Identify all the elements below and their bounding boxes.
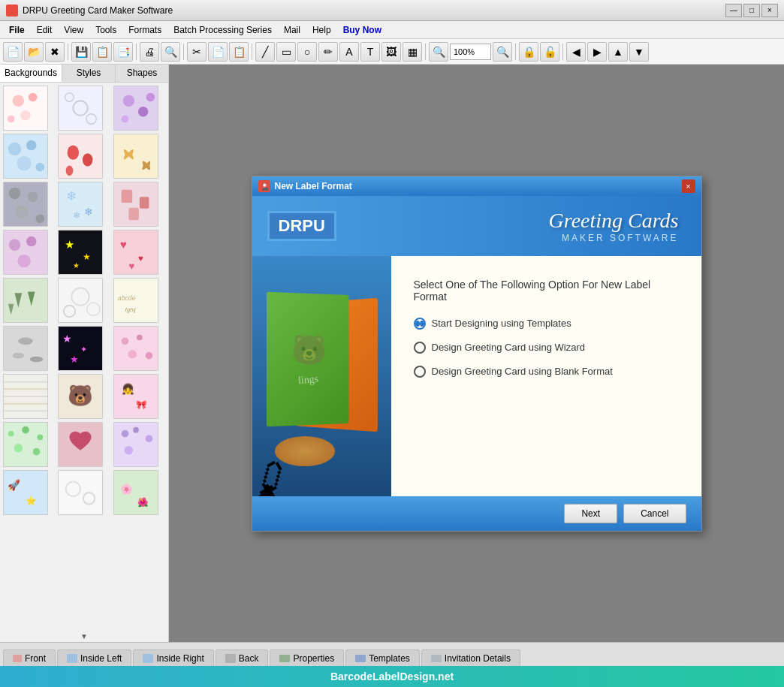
bg-item[interactable]: 🚀⭐ — [3, 470, 48, 515]
svg-text:✦: ✦ — [80, 345, 87, 354]
new-button[interactable]: 📄 — [3, 42, 23, 62]
bg-item[interactable] — [113, 134, 158, 179]
menu-view[interactable]: View — [58, 23, 89, 37]
tab-invitation-details[interactable]: Invitation Details — [421, 649, 520, 666]
radio-blank[interactable]: Design Greeting Card using Blank Format — [414, 366, 679, 378]
svg-point-11 — [121, 116, 128, 123]
bg-item[interactable] — [3, 86, 48, 131]
text-tool[interactable]: A — [339, 42, 359, 62]
menu-batch[interactable]: Batch Processing Series — [167, 23, 278, 37]
line-tool[interactable]: ╱ — [255, 42, 275, 62]
bg-item[interactable] — [3, 422, 48, 467]
bg-item[interactable] — [58, 470, 103, 515]
text2-tool[interactable]: T — [360, 42, 380, 62]
bg-item[interactable]: abcdefghij — [113, 278, 158, 323]
bg-item[interactable]: 🐻 — [58, 374, 103, 419]
barcode-tool[interactable]: ▦ — [403, 42, 422, 62]
bg-item[interactable] — [58, 278, 103, 323]
print-preview-button[interactable]: 🔍 — [161, 42, 180, 62]
svg-point-62 — [30, 357, 43, 363]
tab-styles[interactable]: Styles — [62, 65, 116, 82]
tab-properties[interactable]: Properties — [270, 649, 344, 666]
tab-backgrounds[interactable]: Backgrounds — [0, 65, 62, 82]
pen-tool[interactable]: ✏ — [318, 42, 338, 62]
bg-item[interactable] — [58, 422, 103, 467]
bg-item[interactable] — [113, 326, 158, 371]
radio-templates-btn[interactable] — [414, 318, 426, 330]
bg-item[interactable] — [3, 230, 48, 275]
menu-buynow[interactable]: Buy Now — [337, 23, 387, 37]
tab-inside-right[interactable]: Inside Right — [133, 649, 213, 666]
zoom-out-button[interactable]: 🔍 — [429, 42, 448, 62]
tab-shapes[interactable]: Shapes — [116, 65, 168, 82]
print-button[interactable]: 🖨 — [140, 42, 159, 62]
bg-item[interactable]: 👧🎀 — [113, 374, 158, 419]
radio-wizard[interactable]: Design Greeting Card using Wizard — [414, 342, 679, 354]
image-tool[interactable]: 🖼 — [381, 42, 401, 62]
svg-text:🎴: 🎴 — [261, 182, 270, 191]
menu-edit[interactable]: Edit — [31, 23, 59, 37]
bg-item[interactable] — [3, 182, 48, 227]
up-button[interactable]: ▲ — [608, 42, 628, 62]
zoom-input[interactable] — [450, 44, 491, 60]
bg-item[interactable] — [58, 134, 103, 179]
svg-point-69 — [137, 335, 143, 341]
open-button[interactable]: 📂 — [24, 42, 44, 62]
svg-rect-67 — [114, 327, 158, 370]
radio-templates[interactable]: Start Designing using Templates — [414, 318, 679, 330]
bg-item[interactable] — [3, 134, 48, 179]
bg-item[interactable]: 🌸🌺 — [113, 470, 158, 515]
menu-help[interactable]: Help — [306, 23, 337, 37]
cancel-button[interactable]: Cancel — [623, 504, 686, 523]
bg-item[interactable] — [3, 278, 48, 323]
svg-point-21 — [66, 166, 74, 176]
forward-button[interactable]: ▶ — [587, 42, 607, 62]
save-as-button[interactable]: 📋 — [92, 42, 112, 62]
close-doc-button[interactable]: ✖ — [45, 42, 65, 62]
unlock-button[interactable]: 🔓 — [540, 42, 559, 62]
bg-item[interactable] — [113, 422, 158, 467]
footer-text: BarcodeLabelDesign.net — [330, 670, 454, 682]
paste-button[interactable]: 📋 — [229, 42, 249, 62]
menu-formats[interactable]: Formats — [122, 23, 167, 37]
svg-point-9 — [122, 95, 134, 107]
minimize-button[interactable]: — — [725, 4, 742, 17]
close-button[interactable]: × — [761, 4, 778, 17]
radio-blank-btn[interactable] — [414, 366, 426, 378]
tab-back[interactable]: Back — [216, 649, 269, 666]
bg-item[interactable] — [58, 86, 103, 131]
tab-inside-left[interactable]: Inside Left — [57, 649, 131, 666]
maximize-button[interactable]: □ — [743, 4, 760, 17]
radio-wizard-btn[interactable] — [414, 342, 426, 354]
copy-button[interactable]: 📄 — [208, 42, 228, 62]
bg-item[interactable] — [113, 86, 158, 131]
save-all-button[interactable]: 📑 — [113, 42, 133, 62]
next-button[interactable]: Next — [564, 504, 617, 523]
templates-tab-icon — [355, 655, 366, 662]
tab-templates[interactable]: Templates — [345, 649, 420, 666]
tab-front[interactable]: Front — [3, 649, 56, 666]
bg-item[interactable]: ❄❄❄ — [58, 182, 103, 227]
cut-button[interactable]: ✂ — [187, 42, 207, 62]
down-button[interactable]: ▼ — [629, 42, 649, 62]
bg-item[interactable]: ★★★ — [58, 230, 103, 275]
bg-item[interactable] — [3, 374, 48, 419]
menu-mail[interactable]: Mail — [278, 23, 306, 37]
bg-item[interactable]: ★✦★ — [58, 326, 103, 371]
bg-item[interactable]: ♥♥♥ — [113, 230, 158, 275]
background-grid: ❄❄❄ ★★★ ♥♥♥ — [3, 86, 165, 515]
rect-tool[interactable]: ▭ — [276, 42, 296, 62]
scroll-down-arrow[interactable]: ▼ — [0, 631, 168, 642]
save-button[interactable]: 💾 — [71, 42, 91, 62]
back-button[interactable]: ◀ — [566, 42, 586, 62]
circle-tool[interactable]: ○ — [297, 42, 317, 62]
menu-tools[interactable]: Tools — [89, 23, 122, 37]
dialog-close-button[interactable]: × — [682, 179, 695, 193]
app-icon — [6, 5, 18, 17]
lock-button[interactable]: 🔒 — [519, 42, 538, 62]
bg-item[interactable] — [113, 182, 158, 227]
menu-file[interactable]: File — [3, 23, 31, 37]
zoom-in-button[interactable]: 🔍 — [493, 42, 512, 62]
svg-text:❄: ❄ — [66, 188, 77, 203]
bg-item[interactable] — [3, 326, 48, 371]
